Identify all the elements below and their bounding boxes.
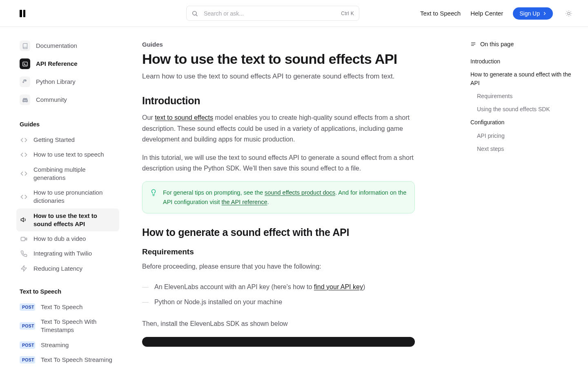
sidebar-item-label: Documentation: [36, 42, 77, 50]
callout-text: For general tips on prompting, see the s…: [163, 188, 407, 206]
search-icon: [192, 10, 198, 17]
toc-link[interactable]: API pricing: [470, 129, 575, 142]
sidebar-item[interactable]: How to dub a video: [16, 231, 119, 246]
sidebar-item-label: Text To Speech: [41, 303, 82, 311]
signup-label: Sign Up: [519, 10, 540, 17]
svg-marker-5: [21, 266, 27, 272]
link-product-docs[interactable]: sound effects product docs: [265, 189, 335, 196]
search-shortcut: Ctrl K: [341, 11, 354, 16]
method-badge: POST: [20, 303, 35, 311]
toc-header: On this page: [470, 41, 575, 47]
sidebar-item-label: Getting Started: [33, 136, 75, 144]
sidebar-item-label: Combining multiple generations: [33, 166, 116, 182]
sidebar-item-label: How to use the text to sound effects API: [33, 212, 116, 229]
video-icon: [20, 236, 28, 242]
toc-link[interactable]: How to generate a sound effect with the …: [470, 68, 575, 90]
sidebar-item-label: API Reference: [36, 60, 78, 68]
terminal-icon: [20, 58, 30, 69]
svg-point-1: [568, 12, 570, 15]
sidebar-item[interactable]: How to use the text to sound effects API: [16, 209, 119, 232]
intro-paragraph-1: Our text to sound effects model enables …: [142, 112, 415, 145]
sidebar-top-item[interactable]: API Reference: [16, 55, 119, 73]
sidebar-item-label: Community: [36, 96, 67, 104]
code-icon: [20, 137, 28, 144]
link-text-to-sound-effects[interactable]: text to sound effects: [155, 114, 213, 121]
sidebar-item-label: Streaming: [41, 341, 69, 349]
requirements-intro: Before proceeding, please ensure that yo…: [142, 261, 415, 272]
main-content: Guides How to use the text to sound effe…: [122, 27, 434, 368]
python-icon: [20, 76, 30, 87]
nav-help-center[interactable]: Help Center: [470, 10, 503, 17]
tip-callout: For general tips on prompting, see the s…: [142, 181, 415, 213]
book-icon: [20, 40, 30, 51]
sidebar-item[interactable]: Integrating with Twilio: [16, 246, 119, 261]
sidebar-item[interactable]: How to use pronunciation dictionaries: [16, 185, 119, 209]
sidebar-item[interactable]: How to use text to speech: [16, 147, 119, 162]
sidebar-item-label: Integrating with Twilio: [33, 249, 92, 258]
sidebar-item[interactable]: POSTText To Speech With Timestamps: [16, 314, 119, 338]
sidebar-item-label: How to dub a video: [33, 235, 86, 243]
sun-icon: [565, 10, 572, 17]
signup-button[interactable]: Sign Up: [513, 7, 553, 20]
table-of-contents: On this page IntroductionHow to generate…: [466, 27, 588, 368]
list-item: — Python or Node.js installed on your ma…: [142, 295, 415, 310]
code-icon: [20, 193, 28, 200]
sidebar-item-label: How to use pronunciation dictionaries: [33, 188, 116, 205]
nav-text-to-speech[interactable]: Text to Speech: [420, 10, 461, 17]
dash-icon: —: [142, 282, 148, 292]
sidebar-item[interactable]: POSTText To Speech: [16, 300, 119, 314]
logo-mark-icon: [20, 10, 25, 17]
breadcrumb: Guides: [142, 41, 415, 48]
brand-logo[interactable]: [20, 10, 25, 17]
toc-link[interactable]: Requirements: [470, 90, 575, 103]
svg-marker-3: [21, 218, 23, 222]
sidebar-item-label: How to use text to speech: [33, 150, 104, 159]
link-find-api-key[interactable]: find your API key: [314, 283, 363, 290]
code-icon: [20, 151, 28, 158]
speaker-icon: [20, 216, 28, 223]
chevron-right-icon: [542, 11, 547, 16]
lightbulb-icon: [150, 189, 157, 196]
sidebar-item[interactable]: POSTStreaming: [16, 338, 119, 352]
page-title: How to use the text to sound effects API: [142, 51, 415, 67]
sidebar-item[interactable]: Combining multiple generations: [16, 162, 119, 186]
method-badge: POST: [20, 322, 35, 330]
install-intro: Then, install the ElevenLabs SDK as show…: [142, 319, 415, 329]
svg-point-0: [193, 11, 196, 15]
code-block: [142, 337, 415, 347]
svg-rect-2: [22, 62, 27, 66]
sidebar-top-item[interactable]: Python Library: [16, 73, 119, 91]
svg-rect-4: [21, 237, 25, 241]
sidebar-section-title: Guides: [16, 121, 119, 130]
heading-how-to-generate: How to generate a sound effect with the …: [142, 227, 415, 238]
toc-link[interactable]: Using the sound effects SDK: [470, 103, 575, 116]
phone-icon: [20, 250, 28, 257]
link-api-reference[interactable]: the API reference: [221, 199, 267, 205]
method-badge: POST: [20, 341, 35, 349]
search-box[interactable]: Ctrl K: [186, 6, 359, 21]
zap-icon: [20, 265, 28, 272]
code-icon: [20, 170, 28, 177]
list-item: — An ElevenLabs account with an API key …: [142, 280, 415, 295]
sidebar-item-label: Text To Speech With Timestamps: [41, 318, 116, 334]
sidebar-nav: DocumentationAPI ReferencePython Library…: [0, 27, 122, 368]
dash-icon: —: [142, 297, 148, 307]
sidebar-item[interactable]: Getting Started: [16, 132, 119, 147]
search-input[interactable]: [203, 10, 336, 17]
list-icon: [470, 41, 476, 47]
sidebar-item-label: Reducing Latency: [33, 265, 82, 273]
sidebar-section-title: Text to Speech: [16, 288, 119, 297]
toc-link[interactable]: Introduction: [470, 55, 575, 68]
header-nav: Text to Speech Help Center Sign Up: [420, 7, 575, 20]
heading-requirements: Requirements: [142, 247, 415, 256]
toc-link[interactable]: Next steps: [470, 142, 575, 155]
theme-toggle-button[interactable]: [563, 7, 575, 20]
requirements-list: — An ElevenLabs account with an API key …: [142, 280, 415, 310]
method-badge: POST: [20, 356, 35, 364]
toc-link[interactable]: Configuration: [470, 116, 575, 129]
heading-introduction: Introduction: [142, 95, 415, 107]
sidebar-item[interactable]: POSTText To Speech Streaming: [16, 352, 119, 367]
sidebar-item[interactable]: Reducing Latency: [16, 261, 119, 276]
sidebar-top-item[interactable]: Community: [16, 91, 119, 109]
sidebar-top-item[interactable]: Documentation: [16, 37, 119, 55]
